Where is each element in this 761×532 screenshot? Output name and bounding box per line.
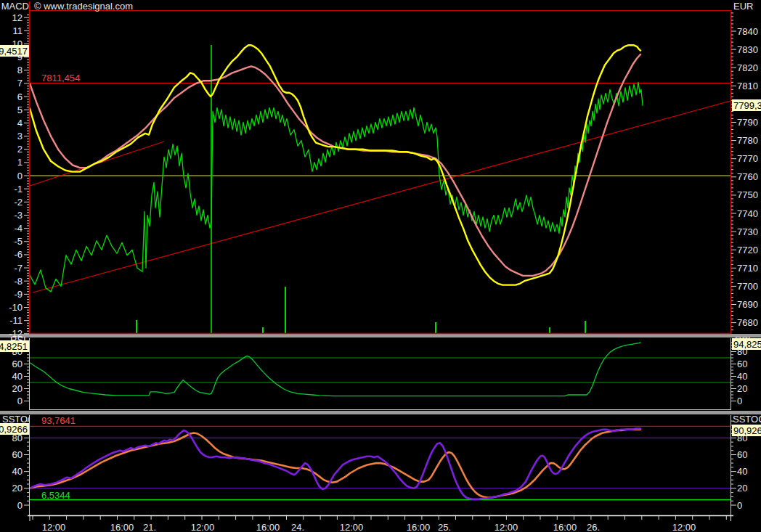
y-axis-tick-label: 4 [17, 118, 23, 128]
rsi-current-value-left: 94,8251 [0, 341, 28, 352]
y-axis-tick-label: 7700 [737, 281, 758, 292]
y-axis-tick-label: 7680 [737, 317, 758, 328]
y-axis-tick-label: -9 [14, 289, 23, 300]
y-axis-tick-label: 12 [12, 12, 23, 23]
price-level-annotation: 7811,454 [41, 73, 80, 83]
time-axis-label: 25. [438, 522, 451, 532]
y-axis-tick-label: 60 [737, 449, 747, 460]
y-axis-tick-label: -6 [14, 249, 23, 260]
time-axis-label: 16:00 [553, 522, 577, 532]
y-axis-tick-label: 7730 [737, 226, 758, 237]
time-axis-label: 16:00 [407, 522, 431, 532]
y-axis-tick-label: 3 [17, 131, 23, 142]
y-axis-tick-label: 20 [737, 383, 747, 394]
time-axis-label: 16:00 [256, 522, 280, 532]
copyright-watermark: © www.tradesignal.com [34, 1, 133, 12]
macd-current-value-box: 9,4517 [0, 45, 29, 57]
y-axis-tick-label: 0 [737, 396, 742, 406]
stoch-upper-annotation: 93,7641 [41, 415, 76, 426]
y-axis-tick-label: 20 [12, 383, 23, 394]
y-axis-tick-label: 20 [12, 483, 23, 494]
y-axis-tick-label: 7720 [737, 245, 758, 255]
y-axis-tick-label: 7820 [737, 62, 758, 73]
y-axis-tick-label: -5 [14, 236, 23, 247]
time-axis-label: 21. [143, 522, 156, 532]
time-axis-label: 24. [291, 522, 304, 532]
y-axis-tick-label: 7740 [737, 208, 758, 219]
y-axis-tick-label: 7840 [737, 26, 758, 37]
y-axis-tick-label: -8 [14, 276, 23, 287]
stoch-current-value-box-right: 90,926 [732, 425, 761, 436]
stoch-panel-title-right: SSTOC [733, 414, 761, 425]
y-axis-tick-label: -3 [14, 210, 23, 221]
y-axis-tick-label: 7780 [737, 135, 758, 146]
y-axis-tick-label: 7790 [737, 117, 758, 128]
price-current-value: 7799,3 [733, 100, 761, 111]
y-axis-tick-label: 60 [12, 359, 23, 369]
y-axis-tick-label: 7750 [737, 189, 758, 200]
chart-canvas[interactable]: -12-11-10-9-8-7-6-5-4-3-2-10123456789101… [0, 0, 761, 532]
y-axis-tick-label: 20 [737, 483, 747, 494]
stoch-current-value-box-left: 90,9266 [0, 423, 29, 435]
y-axis-tick-label: -1 [14, 184, 23, 195]
y-axis-tick-label: 60 [12, 449, 23, 460]
y-axis-tick-label: 7710 [737, 263, 758, 274]
y-axis-tick-label: -11 [9, 315, 23, 326]
time-axis-label: 12:00 [340, 522, 364, 532]
y-axis-tick-label: 40 [12, 466, 23, 477]
y-axis-tick-label: 8 [17, 65, 23, 75]
rsi-current-value-box-left: 94,8251 [0, 340, 29, 352]
y-axis-tick-label: -10 [9, 302, 23, 313]
time-axis-label: 12:00 [42, 522, 66, 532]
stoch-current-value-right: 90,926 [733, 425, 761, 436]
stoch-lower-annotation: 6,5344 [41, 490, 70, 501]
y-axis-tick-label: 7760 [737, 171, 758, 182]
time-axis-label: 12:00 [191, 522, 215, 532]
y-axis-tick-label: -4 [14, 223, 23, 234]
y-axis-tick-label: 6 [17, 91, 23, 102]
time-axis-label: 12:00 [672, 522, 696, 532]
y-axis-tick-label: 11 [13, 25, 23, 36]
panel-splitter [0, 334, 761, 337]
rsi-current-value-box-right: 94,825 [732, 338, 761, 350]
y-axis-tick-label: 60 [737, 359, 747, 369]
trading-chart-window: -12-11-10-9-8-7-6-5-4-3-2-10123456789101… [0, 0, 761, 532]
eur-axis-title: EUR [733, 1, 753, 12]
y-axis-tick-label: -7 [14, 263, 23, 274]
y-axis-tick-label: 7770 [737, 153, 758, 164]
time-axis-label: 26. [587, 522, 600, 532]
panel-splitter [0, 411, 761, 414]
y-axis-tick-label: 0 [17, 396, 23, 406]
y-axis-tick-label: 40 [737, 371, 747, 382]
price-current-value-box: 7799,3 [732, 99, 761, 111]
y-axis-tick-label: 2 [17, 144, 23, 155]
y-axis-tick-label: 0 [17, 171, 23, 181]
y-axis-tick-label: 7810 [737, 81, 758, 91]
y-axis-tick-label: 40 [737, 466, 747, 477]
y-axis-tick-label: 5 [17, 105, 23, 115]
y-axis-tick-label: 1 [17, 157, 23, 168]
y-axis-tick-label: 7830 [737, 44, 758, 55]
y-axis-tick-label: 7 [17, 78, 23, 89]
time-axis-label: 16:00 [110, 522, 134, 532]
rsi-current-value-right: 94,825 [733, 339, 761, 350]
stoch-current-value-left: 90,9266 [0, 424, 28, 435]
y-axis-tick-label: -2 [14, 197, 23, 208]
y-axis-tick-label: 40 [12, 371, 23, 382]
macd-panel-title: MACD [0, 1, 29, 12]
y-axis-tick-label: 0 [17, 500, 23, 511]
macd-current-value: 9,4517 [0, 46, 28, 57]
y-axis-tick-label: 7690 [737, 299, 758, 310]
y-axis-tick-label: 0 [737, 500, 742, 511]
time-axis-label: 12:00 [495, 522, 518, 532]
